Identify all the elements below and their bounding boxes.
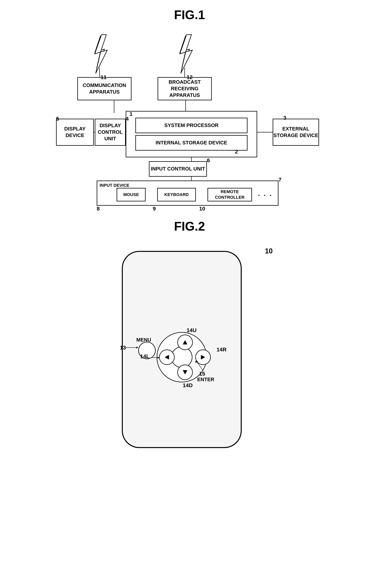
label-4: 4 [126,116,129,122]
down-arrow-icon [183,370,187,374]
svg-line-20 [197,362,203,371]
arrow-13 [126,346,138,349]
input-control-box: INPUT CONTROL UNIT [149,161,207,177]
label-14r: 14R [217,347,226,353]
display-control-box: DISPLAY CONTROL UNIT [95,119,126,146]
up-button[interactable] [177,335,193,350]
label-7: 7 [278,177,282,183]
fig2-section: FIG.2 10 MENU 13 [35,219,344,464]
fig2-diagram: 10 MENU 13 [102,241,277,464]
fig2-title: FIG.2 [35,219,344,233]
communication-apparatus-box: COMMUNICATION APPARATUS [77,77,131,100]
label-10: 10 [199,206,205,212]
svg-marker-19 [158,357,159,358]
system-processor-box: SYSTEM PROCESSOR [135,118,248,133]
right-arrow-icon [201,355,205,359]
label-12: 12 [187,74,193,80]
internal-storage-box: INTERNAL STORAGE DEVICE [135,135,248,151]
label-1: 1 [129,111,133,117]
label-5: 5 [56,116,59,122]
label-3: 3 [283,115,286,121]
input-device-box: INPUT DEVICE MOUSE KEYBOARD REMOTE CONTR… [97,181,278,206]
dots-label: ・・・ [256,192,273,199]
svg-marker-17 [136,347,138,349]
svg-marker-15 [180,35,192,73]
label-14u: 14U [187,327,196,333]
label-8: 8 [97,206,100,212]
lightning2-icon [171,34,198,74]
label-14d: 14D [183,382,193,388]
broadcast-apparatus-box: BROADCAST RECEIVING APPARATUS [158,77,212,100]
label-6: 6 [207,157,210,164]
remote-label-10: 10 [265,247,273,255]
mouse-box: MOUSE [117,188,146,201]
fig1-section: FIG.1 [35,8,344,204]
menu-label: MENU [136,337,151,343]
svg-marker-14 [95,35,107,73]
lightning1-icon [86,34,113,74]
display-device-box: DISPLAY DEVICE [56,119,94,146]
fig1-diagram: COMMUNICATION APPARATUS BROADCAST RECEIV… [54,30,325,204]
label-2: 2 [235,149,238,155]
label-11: 11 [101,74,107,80]
arrow-14l [151,356,159,359]
label-9: 9 [153,206,156,212]
label-14l: 14L [140,353,149,359]
left-arrow-icon [165,355,169,359]
page: FIG.1 [0,0,379,588]
input-device-label: INPUT DEVICE [100,183,129,188]
down-button[interactable] [177,365,193,380]
up-arrow-icon [183,340,187,344]
remote-controller-box: REMOTE CONTROLLER [207,188,252,201]
keyboard-box: KEYBOARD [157,188,196,201]
external-storage-box: EXTERNAL STORAGE DEVICE [273,119,319,146]
enter-label: ENTER [197,376,214,383]
left-button[interactable] [159,349,175,365]
fig1-title: FIG.1 [35,8,344,22]
svg-marker-21 [195,360,198,363]
label-13: 13 [120,345,126,351]
arrow-15 [191,359,207,373]
